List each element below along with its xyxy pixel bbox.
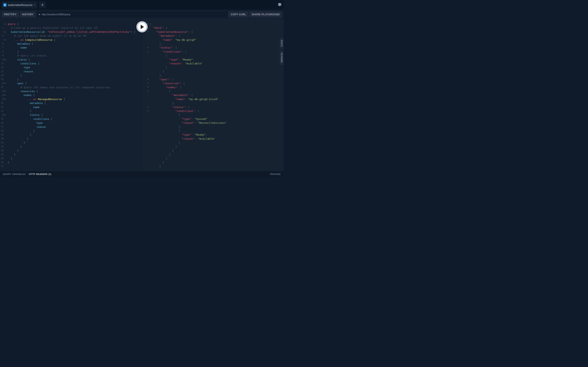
history-button[interactable]: HISTORY [20,12,36,17]
url-input[interactable]: http://localhost:8080/query [37,11,227,17]
tab-title: kubernetesResource [8,3,33,7]
tab-badge: Q [3,3,7,7]
topbar: Q kubernetesResource × [0,0,284,10]
share-playground-button[interactable]: SHARE PLAYGROUND [249,12,282,17]
tracing-tab[interactable]: TRACING [270,173,281,175]
close-icon[interactable]: × [34,3,35,6]
gear-icon [277,2,282,7]
plus-icon [41,3,44,6]
copy-curl-button[interactable]: COPY CURL [228,12,248,17]
prettify-button[interactable]: PRETTIFY [2,12,19,17]
http-headers-tab[interactable]: HTTP HEADERS (1) [29,173,52,175]
docs-tab[interactable]: DOCS [280,38,284,49]
query-code[interactable]: query { # Look up a generic Kubernetes r… [7,19,135,171]
tab-kubernetes-resource[interactable]: Q kubernetesResource × [2,1,37,8]
schema-tab[interactable]: SCHEMA [280,51,284,65]
result-fold-gutter: ▼▼▼▼▼▼▼▼▼▼▼ [142,19,150,171]
new-tab-button[interactable] [39,2,46,8]
line-gutter: 1▼2 3▼4 5▼6 7 8 9 10▼11 12 13 14 15 16▼1… [0,19,7,171]
query-editor[interactable]: 1▼2 3▼4 5▼6 7 8 9 10▼11 12 13 14 15 16▼1… [0,19,142,177]
footer: QUERY VARIABLES HTTP HEADERS (1) TRACING [0,171,284,177]
settings-button[interactable] [277,2,282,8]
play-icon [141,25,144,29]
content-area: 1▼2 3▼4 5▼6 7 8 9 10▼11 12 13 14 15 16▼1… [0,19,284,177]
execute-button[interactable] [136,21,148,33]
result-json: { "data": { "kubernetesResource": { "met… [150,19,227,171]
toolbar: PRETTIFY HISTORY http://localhost:8080/q… [0,10,284,19]
query-variables-tab[interactable]: QUERY VARIABLES [3,173,26,175]
url-text: http://localhost:8080/query [42,13,70,16]
side-tabs: DOCS SCHEMA [280,38,284,65]
result-pane: ▼▼▼▼▼▼▼▼▼▼▼ { "data": { "kubernetesResou… [142,19,284,177]
status-dot-icon [39,14,40,15]
